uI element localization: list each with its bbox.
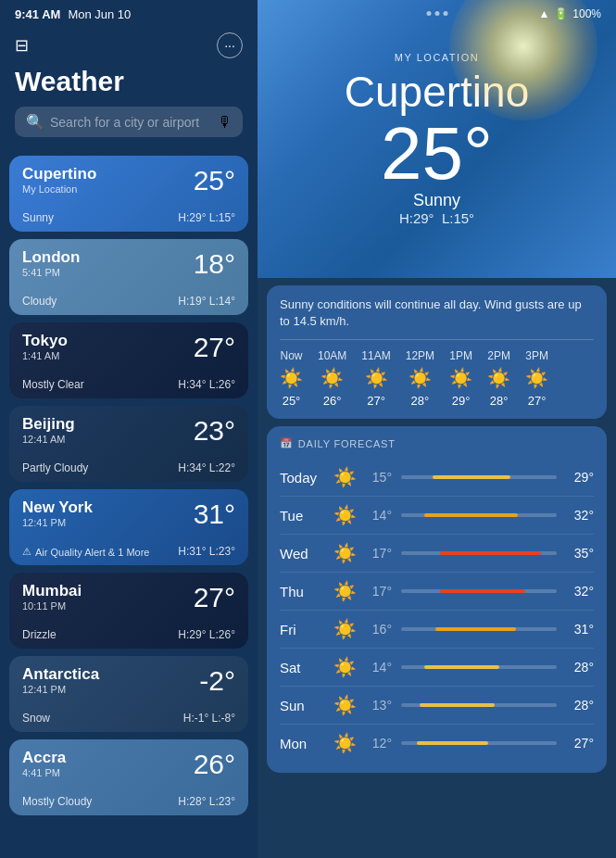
city-temp: 31°	[194, 498, 235, 530]
temp-bar	[440, 589, 525, 593]
city-hl: H:29° L:26°	[178, 628, 235, 641]
city-card[interactable]: Tokyo1:41 AM27°Mostly ClearH:34° L:26°	[9, 322, 248, 398]
hour-icon: ☀️	[449, 367, 472, 389]
city-temp: 26°	[194, 749, 235, 780]
temp-bar-container	[401, 665, 557, 669]
city-card[interactable]: Beijing12:41 AM23°Partly CloudyH:34° L:2…	[9, 406, 248, 482]
daily-row: Today ☀️ 15° 29°	[280, 459, 594, 497]
temp-bar-container	[401, 741, 557, 745]
day-high: 28°	[566, 660, 594, 675]
hero-temp: 25°	[381, 117, 493, 191]
search-input[interactable]	[50, 115, 212, 130]
day-low: 17°	[364, 546, 392, 561]
day-high: 29°	[566, 470, 594, 485]
hour-icon: ☀️	[525, 367, 548, 389]
hourly-desc: Sunny conditions will continue all day. …	[280, 297, 594, 340]
day-high: 27°	[566, 736, 594, 751]
temp-bar-container	[401, 627, 557, 631]
daily-rows: Today ☀️ 15° 29° Tue ☀️ 14° 32° Wed ☀️ 1…	[280, 459, 594, 762]
day-icon: ☀️	[333, 466, 357, 488]
city-hl: H:28° L:23°	[178, 795, 235, 808]
daily-header: 📅 DAILY FORECAST	[280, 437, 594, 449]
hour-item: 3PM ☀️ 27°	[525, 349, 548, 408]
right-panel: MY LOCATION Cupertino 25° Sunny H:29° L:…	[258, 0, 616, 858]
search-bar[interactable]: 🔍 🎙	[15, 107, 243, 137]
city-temp: 27°	[194, 332, 235, 363]
day-icon: ☀️	[333, 504, 357, 526]
city-name: Antarctica	[22, 665, 99, 684]
city-card[interactable]: Mumbai10:11 PM27°DrizzleH:29° L:26°	[9, 573, 248, 649]
city-hl: H:-1° L:-8°	[183, 712, 235, 725]
city-card[interactable]: Antarctica12:41 PM-2°SnowH:-1° L:-8°	[9, 656, 248, 732]
hourly-scroll[interactable]: Now ☀️ 25° 10AM ☀️ 26° 11AM ☀️ 27° 12PM …	[280, 349, 594, 408]
city-condition: Cloudy	[22, 295, 57, 308]
city-card[interactable]: Accra4:41 PM26°Mostly CloudyH:28° L:23°	[9, 739, 248, 815]
battery-level: 100%	[572, 7, 601, 20]
day-name: Sun	[280, 698, 326, 713]
daily-row: Tue ☀️ 14° 32°	[280, 497, 594, 535]
city-temp: 23°	[194, 415, 235, 447]
hour-temp: 27°	[528, 394, 547, 408]
city-name: Accra	[22, 749, 66, 767]
day-high: 28°	[566, 698, 594, 713]
hero-condition: Sunny	[413, 191, 460, 210]
hour-temp: 28°	[490, 394, 509, 408]
hour-item: 1PM ☀️ 29°	[449, 349, 472, 408]
city-name: Mumbai	[22, 582, 82, 600]
wifi-icon: ▲	[538, 7, 549, 20]
city-card[interactable]: London5:41 PM18°CloudyH:19° L:14°	[9, 239, 248, 315]
temp-bar	[417, 741, 488, 745]
day-name: Wed	[280, 546, 326, 561]
day-icon: ☀️	[333, 732, 357, 754]
city-hl: H:19° L:14°	[178, 295, 235, 308]
hour-icon: ☀️	[280, 367, 303, 389]
city-time: 12:41 AM	[22, 434, 75, 445]
hour-label: 11AM	[361, 349, 390, 362]
day-name: Fri	[280, 622, 326, 637]
hour-temp: 26°	[323, 394, 342, 408]
city-condition: Mostly Clear	[22, 378, 84, 391]
city-temp: 25°	[194, 165, 235, 196]
daily-row: Sun ☀️ 13° 28°	[280, 687, 594, 725]
hour-label: 2PM	[487, 349, 510, 362]
city-name: Tokyo	[22, 332, 68, 350]
search-icon: 🔍	[26, 113, 44, 131]
battery-icon: 🔋	[554, 7, 568, 20]
city-name: Beijing	[22, 415, 75, 434]
more-button[interactable]: ···	[217, 32, 243, 58]
day-icon: ☀️	[333, 618, 357, 640]
city-name: Cupertino	[22, 165, 96, 183]
calendar-icon: 📅	[280, 437, 294, 449]
city-time: 4:41 PM	[22, 767, 66, 778]
city-hl: H:31° L:23°	[178, 545, 235, 558]
hour-item: 12PM ☀️ 28°	[406, 349, 434, 408]
city-list: CupertinoMy Location25°SunnyH:29° L:15°L…	[0, 156, 258, 858]
day-low: 16°	[364, 622, 392, 637]
day-icon: ☀️	[333, 580, 357, 602]
day-name: Today	[280, 470, 326, 486]
day-icon: ☀️	[333, 694, 357, 716]
temp-bar-container	[401, 703, 557, 707]
hour-temp: 25°	[283, 394, 301, 408]
hour-temp: 28°	[411, 394, 430, 408]
city-time: 1:41 AM	[22, 350, 68, 361]
status-bar: 9:41 AM Mon Jun 10 ▲ 🔋 100%	[0, 0, 616, 28]
day-low: 14°	[364, 660, 392, 675]
sidebar-icon[interactable]: ⊟	[15, 35, 29, 56]
temp-bar	[433, 475, 510, 479]
day-high: 32°	[566, 584, 594, 599]
daily-row: Mon ☀️ 12° 27°	[280, 725, 594, 762]
status-date: Mon Jun 10	[68, 7, 131, 21]
hour-label: 3PM	[525, 349, 548, 362]
day-name: Mon	[280, 736, 326, 751]
city-card[interactable]: New York12:41 PM31°⚠Air Quality Alert & …	[9, 489, 248, 565]
day-low: 14°	[364, 508, 392, 523]
city-card[interactable]: CupertinoMy Location25°SunnyH:29° L:15°	[9, 156, 248, 232]
hour-item: 11AM ☀️ 27°	[361, 349, 390, 408]
city-temp: 18°	[194, 248, 235, 280]
mic-icon[interactable]: 🎙	[218, 114, 233, 131]
city-condition: Drizzle	[22, 628, 57, 641]
city-temp: 27°	[194, 582, 235, 613]
temp-bar	[424, 513, 518, 517]
city-condition: Sunny	[22, 211, 54, 224]
